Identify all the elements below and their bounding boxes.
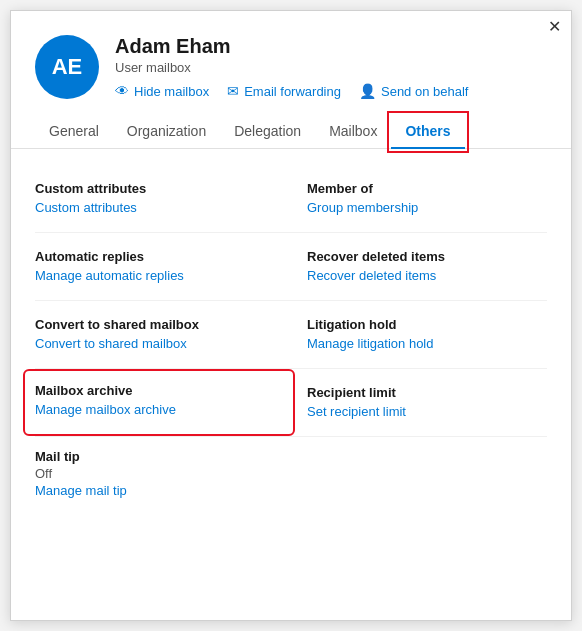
convert-shared-title: Convert to shared mailbox: [35, 317, 279, 332]
content-area: Custom attributes Custom attributes Memb…: [11, 149, 571, 519]
person-icon: 👤: [359, 83, 376, 99]
mail-tip-title: Mail tip: [35, 449, 547, 464]
email-forwarding-link[interactable]: ✉ Email forwarding: [227, 83, 341, 99]
header: AE Adam Eham User mailbox 👁 Hide mailbox…: [11, 11, 571, 115]
recover-deleted-link[interactable]: Recover deleted items: [307, 268, 436, 283]
avatar: AE: [35, 35, 99, 99]
sections-grid: Custom attributes Custom attributes Memb…: [35, 169, 547, 432]
divider-3: [35, 368, 547, 369]
dialog: ✕ AE Adam Eham User mailbox 👁 Hide mailb…: [10, 10, 572, 621]
section-mailbox-archive: Mailbox archive Manage mailbox archive: [27, 373, 291, 432]
send-on-behalf-link[interactable]: 👤 Send on behalf: [359, 83, 468, 99]
user-actions: 👁 Hide mailbox ✉ Email forwarding 👤 Send…: [115, 83, 468, 99]
member-of-link[interactable]: Group membership: [307, 200, 418, 215]
mail-tip-value: Off: [35, 466, 547, 481]
send-on-behalf-label: Send on behalf: [381, 84, 468, 99]
recover-deleted-title: Recover deleted items: [307, 249, 535, 264]
section-recipient-limit: Recipient limit Set recipient limit: [291, 373, 547, 432]
tab-delegation[interactable]: Delegation: [220, 115, 315, 149]
user-name: Adam Eham: [115, 35, 468, 58]
custom-attributes-title: Custom attributes: [35, 181, 279, 196]
section-custom-attributes: Custom attributes Custom attributes: [35, 169, 291, 228]
member-of-title: Member of: [307, 181, 535, 196]
section-recover-deleted: Recover deleted items Recover deleted it…: [291, 237, 547, 296]
mailbox-archive-title: Mailbox archive: [35, 383, 281, 398]
recipient-limit-link[interactable]: Set recipient limit: [307, 404, 406, 419]
eye-icon: 👁: [115, 83, 129, 99]
automatic-replies-title: Automatic replies: [35, 249, 279, 264]
hide-mailbox-link[interactable]: 👁 Hide mailbox: [115, 83, 209, 99]
convert-shared-link[interactable]: Convert to shared mailbox: [35, 336, 187, 351]
mail-tip-section: Mail tip Off Manage mail tip: [35, 436, 547, 503]
recipient-limit-title: Recipient limit: [307, 385, 535, 400]
email-forwarding-label: Email forwarding: [244, 84, 341, 99]
email-icon: ✉: [227, 83, 239, 99]
tab-organization[interactable]: Organization: [113, 115, 220, 149]
custom-attributes-link[interactable]: Custom attributes: [35, 200, 137, 215]
tabs-bar: General Organization Delegation Mailbox …: [11, 115, 571, 149]
tab-others[interactable]: Others: [391, 115, 464, 149]
section-litigation-hold: Litigation hold Manage litigation hold: [291, 305, 547, 364]
tab-general[interactable]: General: [35, 115, 113, 149]
automatic-replies-link[interactable]: Manage automatic replies: [35, 268, 184, 283]
section-member-of: Member of Group membership: [291, 169, 547, 228]
section-convert-shared: Convert to shared mailbox Convert to sha…: [35, 305, 291, 364]
divider-2: [35, 300, 547, 301]
close-button[interactable]: ✕: [548, 19, 561, 35]
divider-1: [35, 232, 547, 233]
litigation-hold-link[interactable]: Manage litigation hold: [307, 336, 433, 351]
litigation-hold-title: Litigation hold: [307, 317, 535, 332]
mailbox-archive-link[interactable]: Manage mailbox archive: [35, 402, 176, 417]
section-automatic-replies: Automatic replies Manage automatic repli…: [35, 237, 291, 296]
tab-mailbox[interactable]: Mailbox: [315, 115, 391, 149]
user-info: Adam Eham User mailbox 👁 Hide mailbox ✉ …: [115, 35, 468, 99]
hide-mailbox-label: Hide mailbox: [134, 84, 209, 99]
user-type: User mailbox: [115, 60, 468, 75]
mail-tip-link[interactable]: Manage mail tip: [35, 483, 127, 498]
